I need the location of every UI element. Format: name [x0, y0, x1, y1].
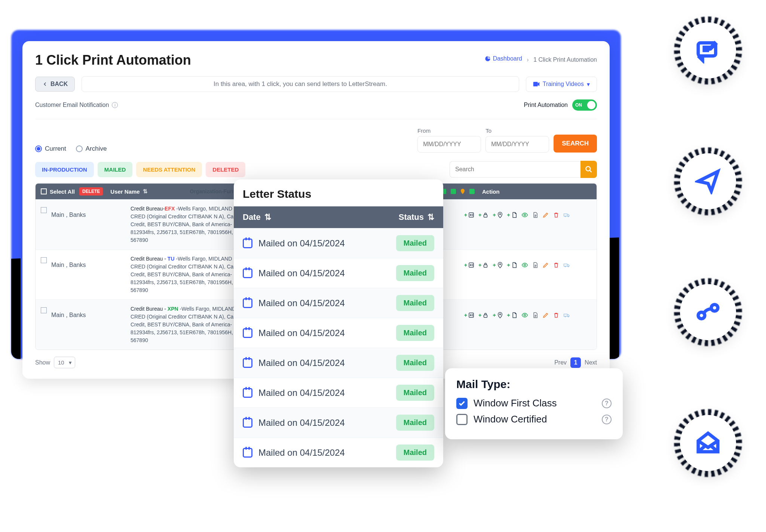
search-input[interactable]	[450, 161, 580, 178]
fab-mail[interactable]	[680, 415, 736, 471]
truck-icon[interactable]	[563, 262, 570, 268]
row-actions: + + + +	[464, 305, 591, 319]
add-lock-icon[interactable]: +	[478, 212, 489, 218]
edit-icon[interactable]	[542, 212, 549, 218]
add-location-icon[interactable]: +	[493, 262, 503, 268]
search-icon-button[interactable]	[580, 161, 597, 178]
fab-workflow[interactable]	[680, 284, 736, 340]
status-row: Mailed on 04/15/2024 Mailed	[234, 228, 443, 258]
checkbox-checked-icon	[456, 398, 468, 409]
tab-mailed[interactable]: MAILED	[98, 162, 133, 177]
breadcrumb: Dashboard › 1 Click Print Automation	[485, 55, 597, 63]
fab-send[interactable]	[680, 153, 736, 209]
help-icon[interactable]: ?	[602, 399, 612, 408]
back-icon	[42, 82, 48, 87]
option-window-certified[interactable]: Window Certified ?	[456, 413, 612, 425]
col-status[interactable]: Status	[399, 212, 424, 222]
status-badge: Mailed	[396, 235, 434, 251]
print-automation-toggle[interactable]: ON	[572, 99, 597, 111]
next-button[interactable]: Next	[585, 359, 597, 366]
row-checkbox[interactable]	[41, 207, 47, 213]
tab-deleted[interactable]: DELETED	[206, 162, 245, 177]
edit-icon[interactable]	[542, 312, 549, 319]
edit-icon[interactable]	[542, 262, 549, 268]
pin-icon	[460, 189, 465, 194]
add-location-icon[interactable]: +	[493, 212, 503, 218]
status-row: Mailed on 04/15/2024 Mailed	[234, 378, 443, 408]
add-doc-icon[interactable]: +	[507, 212, 518, 218]
status-row: Mailed on 04/15/2024 Mailed	[234, 258, 443, 288]
col-action: Action	[479, 188, 591, 195]
to-date-input[interactable]	[485, 136, 549, 153]
back-button[interactable]: BACK	[35, 77, 75, 92]
status-badge: Mailed	[396, 445, 434, 461]
status-row: Mailed on 04/15/2024 Mailed	[234, 348, 443, 378]
add-doc-icon[interactable]: +	[507, 312, 518, 319]
svg-point-13	[499, 264, 500, 265]
calendar-icon	[243, 239, 252, 248]
document-icon[interactable]	[532, 312, 539, 319]
add-lock-icon[interactable]: +	[478, 312, 489, 319]
from-date-input[interactable]	[417, 136, 481, 153]
add-doc-icon[interactable]: +	[507, 262, 518, 268]
calendar-icon	[243, 268, 252, 278]
letter-status-card: Letter Status Date ⇅ Status ⇅ Mailed on …	[234, 179, 443, 467]
mail-type-card: Mail Type: Window First Class ? Window C…	[445, 368, 623, 439]
sort-icon: ⇅	[143, 188, 148, 195]
search-button[interactable]: SEARCH	[554, 135, 597, 153]
svg-rect-0	[533, 82, 537, 86]
video-icon	[533, 82, 540, 87]
training-videos-button[interactable]: Training Videos ▾	[526, 77, 597, 92]
calendar-icon	[243, 328, 252, 338]
add-id-icon[interactable]: +	[464, 212, 475, 218]
truck-icon[interactable]	[563, 312, 570, 319]
status-badge: Mailed	[396, 415, 434, 431]
add-id-icon[interactable]: +	[464, 312, 475, 319]
delete-button[interactable]: DELETE	[79, 187, 103, 196]
add-id-icon[interactable]: +	[464, 262, 475, 268]
fab-edit-note[interactable]	[680, 22, 736, 79]
prev-button[interactable]: Prev	[554, 359, 567, 366]
document-icon[interactable]	[532, 262, 539, 268]
trash-icon[interactable]	[553, 262, 560, 268]
breadcrumb-current: 1 Click Print Automation	[533, 56, 597, 63]
status-date-text: Mailed on 04/15/2024	[258, 238, 345, 249]
view-icon[interactable]	[521, 312, 528, 319]
select-all[interactable]: Select All	[41, 188, 75, 195]
radio-archive[interactable]: Archive	[76, 145, 107, 153]
col-user-name[interactable]: User Name ⇅	[107, 188, 182, 195]
row-checkbox[interactable]	[41, 307, 47, 313]
svg-point-3	[470, 215, 471, 216]
pie-icon	[485, 56, 491, 62]
tab-in-production[interactable]: IN-PRODUCTION	[35, 162, 94, 177]
row-actions: + + + +	[464, 205, 591, 218]
checkbox-empty-icon	[456, 414, 468, 425]
radio-current[interactable]: Current	[35, 145, 66, 153]
page-size-select[interactable]: 10	[54, 357, 75, 368]
col-date[interactable]: Date	[243, 212, 261, 222]
status-date-text: Mailed on 04/15/2024	[258, 388, 345, 398]
page-number[interactable]: 1	[570, 357, 581, 368]
document-icon[interactable]	[532, 212, 539, 218]
add-location-icon[interactable]: +	[493, 312, 503, 319]
calendar-icon	[243, 448, 252, 458]
view-icon[interactable]	[521, 212, 528, 218]
svg-rect-4	[484, 215, 487, 217]
truck-icon[interactable]	[563, 212, 570, 218]
breadcrumb-dashboard[interactable]: Dashboard	[485, 55, 522, 62]
trash-icon[interactable]	[553, 212, 560, 218]
info-icon: i	[112, 102, 118, 108]
calendar-icon	[243, 298, 252, 308]
user-name-cell: Main , Banks	[51, 305, 126, 319]
status-badge: Mailed	[396, 295, 434, 311]
letter-status-title: Letter Status	[234, 179, 443, 206]
row-checkbox[interactable]	[41, 257, 47, 263]
trash-icon[interactable]	[553, 312, 560, 319]
email-notification-label[interactable]: Customer Email Notification i	[35, 102, 118, 108]
tab-needs-attention[interactable]: NEEDS ATTENTION	[136, 162, 202, 177]
option-window-first-class[interactable]: Window First Class ?	[456, 397, 612, 409]
view-icon[interactable]	[521, 262, 528, 268]
svg-point-21	[499, 314, 500, 315]
add-lock-icon[interactable]: +	[478, 262, 489, 268]
help-icon[interactable]: ?	[602, 415, 612, 424]
